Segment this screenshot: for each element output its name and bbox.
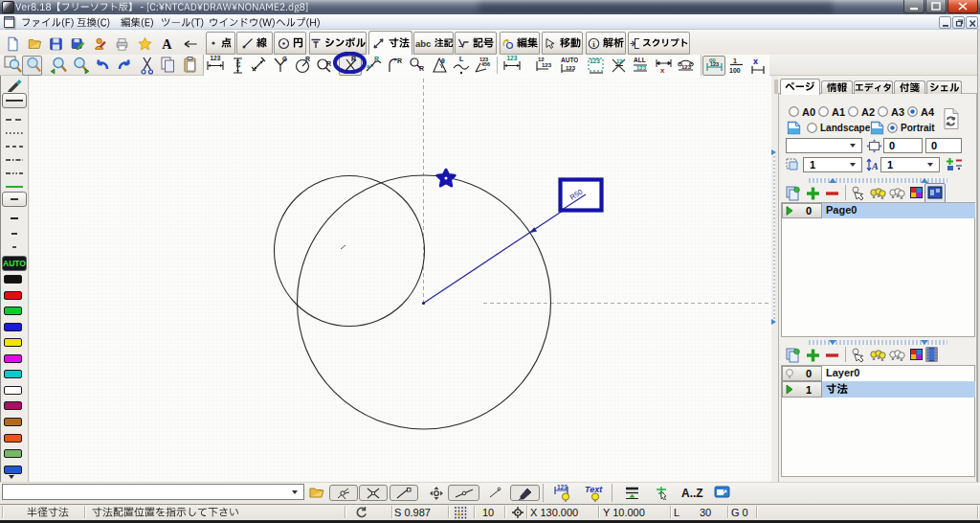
- svg-text:R: R: [326, 60, 331, 67]
- svg-text:Text: Text: [585, 485, 603, 494]
- svg-text:123: 123: [590, 57, 600, 64]
- svg-text:R: R: [397, 57, 402, 64]
- svg-text:abc: abc: [415, 38, 431, 49]
- svg-text:x: x: [660, 66, 665, 75]
- svg-text:123: 123: [636, 65, 647, 71]
- svg-text:12: 12: [616, 58, 623, 64]
- svg-text:i: i: [592, 38, 595, 48]
- svg-text:123: 123: [566, 65, 576, 71]
- svg-text:A: A: [162, 36, 172, 52]
- svg-text:L: L: [459, 56, 464, 62]
- svg-text:123: 123: [507, 56, 518, 61]
- svg-text:12: 12: [235, 61, 241, 68]
- svg-text:ALL: ALL: [634, 57, 646, 63]
- svg-text:AUTO: AUTO: [561, 57, 578, 63]
- svg-text:R: R: [305, 56, 310, 62]
- svg-text:R: R: [419, 65, 424, 72]
- svg-text:R: R: [374, 56, 379, 62]
- svg-text:θ: θ: [441, 57, 445, 64]
- svg-text:123: 123: [681, 64, 692, 70]
- svg-text:G: G: [282, 56, 287, 62]
- svg-text:x: x: [753, 57, 758, 66]
- svg-text:A: A: [871, 161, 879, 171]
- svg-text:123: 123: [211, 56, 221, 61]
- svg-text:456: 456: [481, 61, 490, 67]
- svg-text:1: 1: [733, 57, 737, 64]
- svg-text:123: 123: [557, 484, 568, 490]
- svg-text:100: 100: [729, 67, 741, 74]
- svg-text:123: 123: [542, 62, 552, 68]
- svg-text:123: 123: [710, 61, 719, 67]
